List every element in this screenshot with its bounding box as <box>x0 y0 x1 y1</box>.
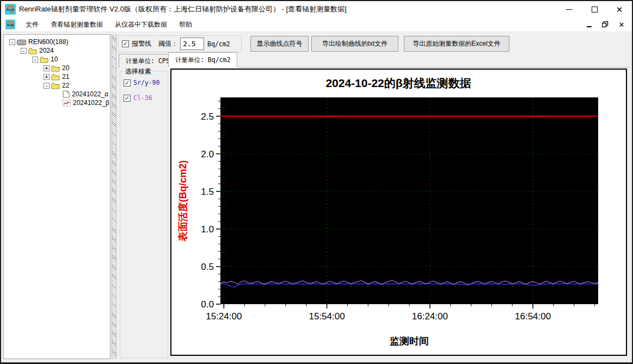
tree-item-label: 20 <box>62 64 69 72</box>
folder-icon <box>28 47 37 54</box>
session-tree: -REN600(188)-2024-10+20+21-2220241022_α2… <box>3 34 110 359</box>
threshold-input[interactable] <box>180 38 204 50</box>
app-window: RnRi RenriRate辐射剂量管理软件 V2.0版（版权所有：上海仁日辐射… <box>0 0 633 364</box>
svg-text:RnRi: RnRi <box>7 8 14 11</box>
chart-container: 0.00.51.01.52.02.515:24:0015:54:0016:24:… <box>170 69 627 356</box>
y-axis-title: 表面活度(Bq/cm2) <box>177 160 188 242</box>
x-tick-label: 15:24:00 <box>206 311 242 322</box>
tree-item-label: 2024 <box>39 47 54 54</box>
tab-unit-bqcm2-label: 计量单位: Bq/cm2 <box>175 56 230 64</box>
child-close-icon: ✕ <box>619 21 625 29</box>
unit-tabstrip: 计量单位: CPS 计量单位: Bq/cm2 <box>118 53 630 67</box>
monitoring-chart: 0.00.51.01.52.02.515:24:0015:54:0016:24:… <box>171 70 626 355</box>
y-tick-label: 2.0 <box>201 149 214 159</box>
y-tick-label: 0.5 <box>201 262 214 272</box>
maximize-button[interactable] <box>582 1 607 17</box>
threshold-unit: Bq/cm2 <box>207 40 230 48</box>
collapse-icon[interactable]: - <box>21 48 27 54</box>
menu-bar: RnRi 文件查看辐射测量数据从仪器中下载数据帮助 ✕ <box>1 17 632 32</box>
child-restore-icon <box>602 21 609 28</box>
tree-item-folder-21[interactable]: +21 <box>4 72 110 81</box>
nuclide-label-sr-y-90: Sr/y-90 <box>133 79 159 87</box>
alarm-line-checkbox[interactable]: ✓ <box>122 40 129 47</box>
close-icon: ✕ <box>616 5 623 14</box>
nuclide-checkbox-sr-y-90[interactable]: ✓ <box>124 79 131 87</box>
nuclide-selector: 选择核素 ✓ Sr/y-90 ✓ Cl-36 <box>120 71 168 358</box>
tree-item-label: 10 <box>51 55 58 63</box>
tree-item-label: 22 <box>62 82 69 89</box>
window-title: RenriRate辐射剂量管理软件 V2.0版（版权所有：上海仁日辐射防护设备有… <box>19 4 347 14</box>
x-tick-label: 16:24:00 <box>412 311 448 322</box>
child-minimize-icon <box>587 26 592 27</box>
minimize-icon <box>566 9 573 10</box>
tree-item-label: 20241022_α <box>72 90 108 98</box>
y-tick-label: 2.5 <box>201 112 214 122</box>
child-close-button[interactable]: ✕ <box>618 21 625 28</box>
nuclide-checkbox-cl-36[interactable]: ✓ <box>124 95 131 102</box>
folder-icon <box>51 65 60 72</box>
collapse-icon[interactable]: - <box>32 57 38 63</box>
chart-title: 2024-10-22的β射线监测数据 <box>325 77 471 89</box>
child-restore-button[interactable] <box>601 21 609 28</box>
x-tick-label: 15:54:00 <box>309 311 345 322</box>
tree-item-label: REN600(188) <box>28 38 68 46</box>
child-minimize-button[interactable] <box>585 21 593 28</box>
main-panel: ✓ 报警线 阈值： Bq/cm2 显示曲线点符号 导出绘制曲线的txt文件 导出… <box>117 32 631 362</box>
tree-item-label: 20241022_β <box>73 99 109 107</box>
export-txt-button[interactable]: 导出绘制曲线的txt文件 <box>311 36 398 52</box>
menu-item-file[interactable]: 文件 <box>20 17 45 32</box>
tab-unit-bqcm2[interactable]: 计量单位: Bq/cm2 <box>168 52 237 67</box>
nuclide-label-cl-36: Cl-36 <box>133 94 152 102</box>
title-bar: RnRi RenriRate辐射剂量管理软件 V2.0版（版权所有：上海仁日辐射… <box>1 1 632 17</box>
tree-item-folder-10[interactable]: -10 <box>4 55 110 64</box>
alarm-line-label: 报警线 <box>132 39 151 48</box>
tree-item-ren600-188[interactable]: -REN600(188) <box>4 38 110 46</box>
x-tick-label: 16:54:00 <box>515 311 551 322</box>
collapse-icon[interactable]: - <box>44 83 50 89</box>
folder-icon <box>51 82 60 89</box>
y-tick-label: 1.0 <box>201 224 214 235</box>
expand-icon[interactable]: + <box>44 74 50 80</box>
tree-item-file-20241022-alpha[interactable]: 20241022_α <box>4 90 110 98</box>
menu-item-download-from-device[interactable]: 从仪器中下载数据 <box>109 17 173 32</box>
folder-icon <box>51 73 60 81</box>
show-curve-points-button[interactable]: 显示曲线点符号 <box>250 36 309 52</box>
tree-item-file-20241022-beta[interactable]: 20241022_β <box>4 98 110 107</box>
nuclide-selector-title: 选择核素 <box>124 67 153 76</box>
panel-splitter[interactable] <box>112 34 116 359</box>
export-excel-button[interactable]: 导出原始测量数据的Excel文件 <box>404 36 509 52</box>
y-tick-label: 0.0 <box>201 299 214 310</box>
folder-icon <box>40 56 48 63</box>
expand-icon[interactable]: + <box>44 65 50 71</box>
tree-item-folder-22[interactable]: -22 <box>4 81 110 90</box>
document-logo-icon: RnRi <box>5 20 15 29</box>
nuclide-item-cl-36[interactable]: ✓ Cl-36 <box>124 94 168 102</box>
device-icon <box>17 39 26 46</box>
y-tick-label: 1.5 <box>201 187 214 197</box>
close-button[interactable]: ✕ <box>607 1 632 17</box>
doc-icon <box>63 90 70 98</box>
tab-unit-cps-label: 计量单位: CPS <box>126 57 170 65</box>
menu-item-help[interactable]: 帮助 <box>173 17 198 32</box>
collapse-icon[interactable]: - <box>9 39 15 45</box>
tree-item-label: 21 <box>62 73 69 81</box>
plot-area <box>220 97 598 304</box>
threshold-label: 阈值： <box>158 39 178 48</box>
nuclide-item-sr-y-90[interactable]: ✓ Sr/y-90 <box>124 79 168 87</box>
svg-text:RnRi: RnRi <box>7 23 14 27</box>
app-logo-icon: RnRi <box>5 4 16 15</box>
x-axis-title: 监测时间 <box>390 336 429 347</box>
tree-item-folder-2024[interactable]: -2024 <box>4 46 110 55</box>
tree-item-folder-20[interactable]: +20 <box>4 64 110 72</box>
maximize-icon <box>592 7 598 13</box>
menu-items: 文件查看辐射测量数据从仪器中下载数据帮助 <box>20 17 198 32</box>
alarm-line-group: ✓ 报警线 阈值： Bq/cm2 <box>118 35 242 52</box>
minimize-button[interactable] <box>557 1 582 17</box>
chart-icon <box>63 100 71 107</box>
menu-item-view-radiation-data[interactable]: 查看辐射测量数据 <box>45 17 109 32</box>
